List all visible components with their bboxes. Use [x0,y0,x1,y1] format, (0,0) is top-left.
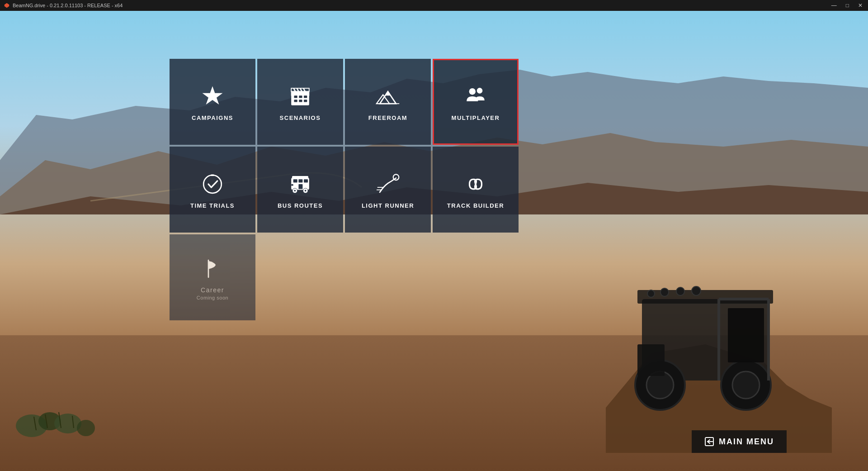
svg-rect-40 [294,100,297,102]
truck-silhouette [561,227,832,453]
svg-point-5 [38,412,61,430]
svg-rect-14 [637,290,773,304]
svg-point-19 [635,360,685,410]
svg-point-16 [660,288,669,296]
menu-item-time-trials[interactable]: TIME TRIALS [170,147,255,233]
multiplayer-icon [462,83,489,110]
svg-point-62 [393,174,399,180]
career-icon [199,255,226,282]
multiplayer-label: MULTIPLAYER [452,114,500,121]
svg-marker-28 [203,86,223,105]
menu-item-multiplayer[interactable]: MULTIPLAYER [433,59,519,145]
svg-point-17 [676,287,684,295]
bus-routes-icon [287,171,314,198]
main-menu-label: MAIN MENU [719,437,774,447]
svg-point-4 [16,414,47,437]
campaigns-label: CAMPAIGNS [192,114,233,121]
menu-item-track-builder[interactable]: TRACK BUILDER [433,147,519,233]
svg-rect-56 [298,184,302,189]
svg-rect-41 [299,100,302,102]
svg-line-35 [303,88,305,91]
svg-rect-53 [293,179,297,182]
svg-rect-39 [304,95,307,98]
svg-rect-52 [292,176,308,179]
freeroam-icon [374,83,401,110]
svg-rect-50 [211,174,214,176]
svg-rect-38 [299,95,302,98]
svg-point-6 [54,414,81,433]
svg-point-49 [203,175,222,193]
svg-point-20 [646,371,674,399]
svg-line-34 [300,88,302,91]
track-builder-icon [462,171,489,198]
svg-rect-37 [294,95,297,98]
exit-arrow-icon [704,437,714,447]
campaigns-icon [199,83,226,110]
svg-point-59 [294,190,296,191]
freeroam-label: FREEROAM [368,114,407,121]
svg-point-22 [732,371,760,399]
svg-rect-24 [728,308,764,362]
svg-rect-42 [304,100,307,102]
svg-point-7 [77,420,95,436]
title-bar-controls[interactable]: — □ ✕ [830,2,864,9]
svg-rect-55 [304,179,308,182]
svg-rect-23 [637,344,665,376]
svg-line-10 [59,412,61,428]
svg-rect-61 [291,184,293,186]
menu-item-scenarios[interactable]: SCENARIOS [257,59,343,145]
svg-line-33 [297,88,299,91]
svg-point-60 [305,190,307,191]
svg-line-11 [72,416,74,428]
main-menu-button[interactable]: MAIN MENU [692,430,787,453]
svg-point-15 [647,290,655,297]
svg-point-21 [721,360,771,410]
svg-line-8 [34,417,36,430]
svg-rect-30 [291,91,309,95]
svg-marker-0 [5,3,9,8]
app-icon [4,2,10,9]
menu-grid: CAMPAIGNS [170,59,519,320]
maximize-button[interactable]: □ [844,2,851,9]
svg-line-9 [45,414,47,428]
title-bar-text: BeamNG.drive - 0.21.2.0.11103 - RELEASE … [13,3,123,8]
close-button[interactable]: ✕ [856,2,864,9]
career-label: Career [201,286,224,294]
title-bar: BeamNG.drive - 0.21.2.0.11103 - RELEASE … [0,0,868,11]
svg-rect-54 [298,179,302,182]
svg-rect-13 [642,299,769,381]
menu-item-light-runner[interactable]: LIGHT RUNNER [345,147,431,233]
career-sublabel: Coming soon [197,295,228,300]
track-builder-label: TRACK BUILDER [447,202,504,209]
svg-line-32 [294,88,296,91]
scenarios-icon [287,83,314,110]
scenarios-label: SCENARIOS [280,114,321,121]
menu-item-freeroam[interactable]: FREEROAM [345,59,431,145]
light-runner-label: LIGHT RUNNER [362,202,414,209]
minimize-button[interactable]: — [830,2,839,9]
light-runner-icon [374,171,401,198]
time-trials-label: TIME TRIALS [190,202,235,209]
svg-point-48 [477,88,483,94]
menu-item-campaigns[interactable]: CAMPAIGNS [170,59,255,145]
bus-routes-label: BUS ROUTES [278,202,323,209]
vegetation-left [14,353,113,444]
menu-item-bus-routes[interactable]: BUS ROUTES [257,147,343,233]
svg-point-47 [469,88,476,95]
menu-item-career[interactable]: Career Coming soon [170,234,255,320]
time-trials-icon [199,171,226,198]
svg-point-18 [692,286,701,295]
title-bar-left: BeamNG.drive - 0.21.2.0.11103 - RELEASE … [4,2,123,9]
